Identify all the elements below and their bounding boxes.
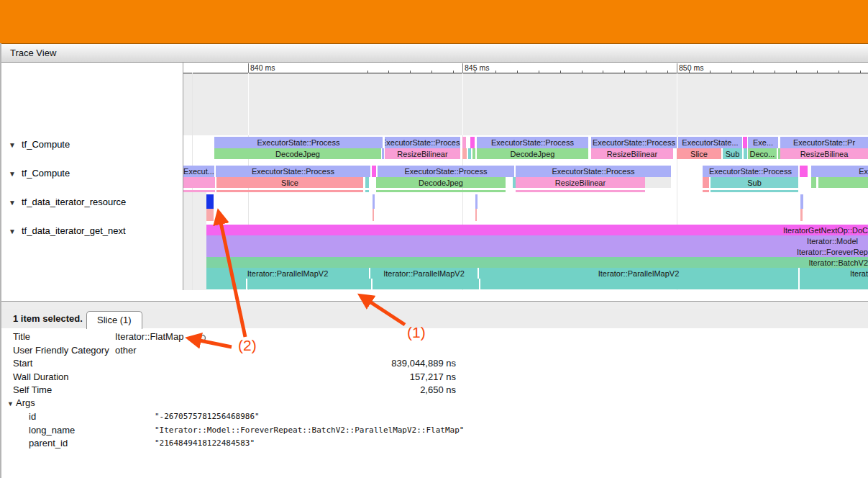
trace-slice[interactable] — [183, 190, 215, 192]
ruler-minor-tick — [367, 71, 368, 73]
magnifier-icon[interactable] — [198, 334, 209, 348]
trace-slice[interactable] — [376, 190, 506, 192]
trace-slice[interactable]: Iterat — [800, 268, 868, 279]
timeline-empty-band — [183, 73, 868, 135]
trace-slice[interactable] — [472, 148, 475, 159]
ruler-minor-tick — [860, 71, 861, 73]
trace-slice[interactable] — [703, 190, 709, 192]
trace-slice[interactable]: ExecutorState::Process — [477, 137, 588, 148]
ruler-tick-label: 850 ms — [677, 63, 703, 72]
trace-slice[interactable] — [818, 177, 868, 188]
annotation-label-2: (2) — [238, 337, 257, 354]
trace-slice[interactable] — [470, 137, 475, 148]
trace-slice[interactable]: Execut... — [183, 166, 214, 177]
trace-slice[interactable] — [743, 137, 747, 148]
arg-value: "2164849418122484583" — [155, 437, 255, 450]
trace-slice[interactable]: ExecutorState... — [678, 137, 742, 148]
ruler-minor-tick — [495, 71, 496, 73]
trace-slice[interactable] — [800, 209, 803, 221]
trace-slice[interactable] — [247, 279, 371, 289]
trace-slice[interactable] — [365, 177, 369, 188]
trace-slice[interactable] — [382, 148, 384, 159]
trace-slice[interactable]: Iterator::ParallelMapV2 — [370, 268, 478, 279]
annotation-label-1: (1) — [407, 324, 426, 341]
trace-slice[interactable]: Slice — [216, 177, 363, 188]
trace-slice[interactable]: Iterator::Model — [206, 235, 868, 246]
trace-slice[interactable] — [468, 148, 471, 159]
trace-slice[interactable] — [480, 279, 798, 289]
trace-slice[interactable] — [516, 190, 645, 192]
trace-slice[interactable]: Sub — [723, 148, 742, 159]
trace-slice[interactable] — [183, 177, 215, 188]
trace-slice[interactable]: ResizeBilinear — [385, 148, 460, 159]
selection-status: 1 item selected. — [13, 309, 83, 328]
inspector-header: 1 item selected. Slice (1) — [1, 309, 868, 329]
trace-slice[interactable]: IteratorGetNextOp::DoC — [206, 225, 868, 235]
trace-slice[interactable] — [206, 279, 246, 289]
ruler-minor-tick — [689, 71, 690, 73]
trace-slice[interactable] — [800, 194, 803, 209]
trace-slice[interactable] — [645, 177, 671, 188]
trace-slice[interactable]: Exe... — [748, 137, 778, 148]
ruler-minor-tick — [710, 71, 711, 73]
trace-slice[interactable]: ExecutorState::Pr — [780, 137, 868, 148]
trace-slice[interactable]: Ex — [811, 166, 868, 177]
trace-slice[interactable] — [711, 190, 798, 192]
trace-slice[interactable] — [372, 166, 376, 177]
trace-slice[interactable]: Sub — [711, 177, 798, 188]
arg-key: long_name — [29, 424, 75, 437]
args-row[interactable]: ▼Args — [7, 397, 35, 410]
trace-slice[interactable]: Iterator::ParallelMapV2 — [479, 268, 798, 279]
trace-slice[interactable]: ExecutorState::Process — [378, 166, 514, 177]
trace-slice[interactable] — [462, 148, 467, 159]
trace-slice[interactable] — [206, 209, 214, 221]
tab-slice[interactable]: Slice (1) — [86, 311, 142, 329]
args-collapse-icon[interactable]: ▼ — [7, 397, 16, 410]
trace-slice[interactable] — [744, 148, 747, 159]
trace-slice[interactable] — [216, 190, 363, 192]
trace-slice[interactable]: ExecutorState::Process — [591, 137, 677, 148]
ruler-minor-tick — [517, 71, 518, 73]
category-value: other — [115, 344, 137, 357]
ruler-minor-tick — [731, 71, 732, 73]
trace-slice[interactable] — [365, 190, 369, 192]
trace-slice[interactable] — [703, 177, 709, 188]
trace-slice[interactable]: ExecutorState::Process — [214, 137, 383, 148]
trace-slice[interactable]: ExecutorState::Process — [703, 166, 798, 177]
trace-slice[interactable] — [206, 194, 214, 209]
trace-slice[interactable] — [373, 209, 374, 221]
ruler-minor-tick — [624, 71, 625, 73]
metric-value: 157,217 ns — [13, 371, 456, 384]
trace-slice[interactable]: ResizeBilinear — [591, 148, 673, 159]
trace-slice[interactable]: DecodeJpeg — [376, 177, 506, 188]
trace-slice[interactable]: ExecutorState::Process — [216, 166, 370, 177]
trace-slice[interactable]: ExecutorState::Process — [385, 137, 460, 148]
ruler-minor-tick — [431, 71, 432, 73]
inspector-panel: Title Iterator::FlatMap User Friendly Ca… — [1, 328, 868, 478]
trace-slice[interactable]: Iterator::ForeverRep — [206, 246, 868, 257]
arg-key: parent_id — [29, 437, 68, 450]
trace-slice[interactable] — [462, 137, 466, 148]
trace-slice[interactable] — [373, 194, 375, 209]
trace-slice[interactable]: Deco... — [748, 148, 777, 159]
trace-slice[interactable]: Iterator::ParallelMapV2 — [206, 268, 369, 279]
metric-value: 2,650 ns — [13, 384, 456, 397]
ruler-minor-tick — [839, 71, 839, 73]
trace-slice[interactable] — [800, 279, 868, 289]
trace-slice[interactable]: Iterator::BatchV2 — [206, 257, 868, 268]
trace-slice[interactable]: DecodeJpeg — [477, 148, 588, 159]
arg-key: id — [29, 410, 36, 423]
trace-slice[interactable] — [475, 209, 477, 221]
trace-slice[interactable]: Slice — [677, 148, 721, 159]
trace-slice[interactable] — [811, 177, 816, 188]
trace-slice[interactable] — [373, 279, 479, 289]
trace-slice[interactable] — [800, 166, 808, 177]
trace-slice[interactable]: ResizeBilinea — [780, 148, 868, 159]
trace-slice[interactable] — [475, 194, 478, 209]
trace-slice[interactable]: ExecutorState::Process — [516, 166, 671, 177]
trace-slice[interactable]: ResizeBilinear — [516, 177, 645, 188]
trace-slice[interactable]: DecodeJpeg — [214, 148, 381, 159]
ruler-minor-tick — [582, 71, 583, 73]
ruler-minor-tick — [753, 71, 754, 73]
ruler-minor-tick — [475, 71, 475, 73]
